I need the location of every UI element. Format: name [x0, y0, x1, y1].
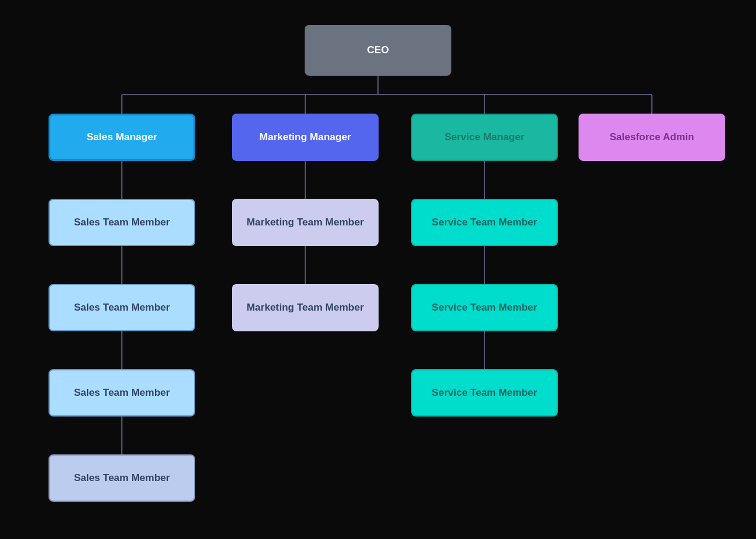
- sales-tm-4-label: Sales Team Member: [74, 472, 170, 485]
- marketing-manager-node[interactable]: Marketing Manager: [232, 114, 379, 161]
- sales-tm-3-node[interactable]: Sales Team Member: [49, 369, 195, 417]
- service-manager-node[interactable]: Service Manager: [411, 114, 558, 161]
- service-tm-2-label: Service Team Member: [432, 301, 537, 314]
- ceo-label: CEO: [367, 44, 389, 57]
- sales-manager-node[interactable]: Sales Manager: [49, 114, 195, 161]
- org-chart: CEO Sales Manager Marketing Manager Serv…: [0, 0, 756, 539]
- service-tm-2-node[interactable]: Service Team Member: [411, 284, 558, 331]
- service-tm-3-node[interactable]: Service Team Member: [411, 369, 558, 417]
- sales-tm-1-label: Sales Team Member: [74, 216, 170, 229]
- service-tm-3-label: Service Team Member: [432, 386, 537, 399]
- sales-tm-3-label: Sales Team Member: [74, 386, 170, 399]
- sales-tm-2-node[interactable]: Sales Team Member: [49, 284, 195, 331]
- marketing-tm-2-node[interactable]: Marketing Team Member: [232, 284, 379, 331]
- service-tm-1-label: Service Team Member: [432, 216, 537, 229]
- marketing-tm-1-label: Marketing Team Member: [247, 216, 364, 229]
- marketing-tm-1-node[interactable]: Marketing Team Member: [232, 199, 379, 246]
- service-tm-1-node[interactable]: Service Team Member: [411, 199, 558, 246]
- service-manager-label: Service Manager: [444, 131, 524, 144]
- ceo-node[interactable]: CEO: [305, 25, 451, 76]
- marketing-manager-label: Marketing Manager: [260, 131, 351, 144]
- sales-manager-label: Sales Manager: [86, 131, 157, 144]
- salesforce-admin-label: Salesforce Admin: [610, 131, 694, 144]
- marketing-tm-2-label: Marketing Team Member: [247, 301, 364, 314]
- sales-tm-2-label: Sales Team Member: [74, 301, 170, 314]
- sales-tm-4-node[interactable]: Sales Team Member: [49, 454, 195, 502]
- sales-tm-1-node[interactable]: Sales Team Member: [49, 199, 195, 246]
- salesforce-admin-node[interactable]: Salesforce Admin: [579, 114, 725, 161]
